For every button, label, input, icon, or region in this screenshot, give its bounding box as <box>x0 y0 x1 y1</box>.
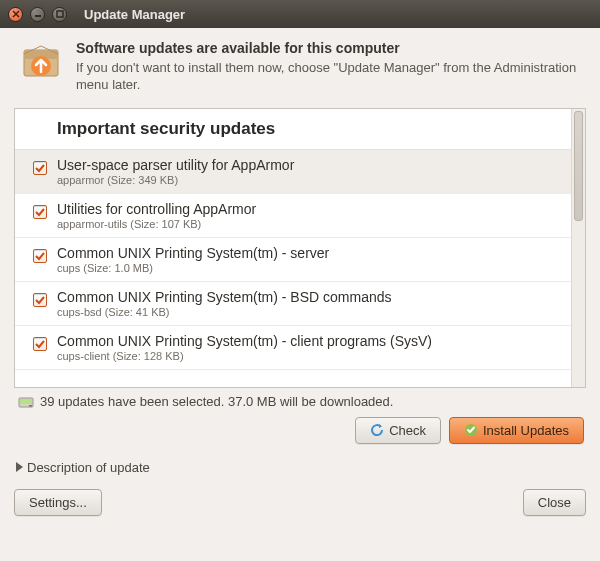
settings-button[interactable]: Settings... <box>14 489 102 516</box>
bottom-row: Settings... Close <box>0 489 600 530</box>
svg-rect-1 <box>57 11 63 17</box>
header-title: Software updates are available for this … <box>76 40 580 56</box>
svg-rect-6 <box>20 399 32 404</box>
check-button[interactable]: Check <box>355 417 441 444</box>
update-sub: cups-bsd (Size: 41 KB) <box>57 306 563 318</box>
update-checkbox[interactable] <box>33 293 47 307</box>
titlebar: Update Manager <box>0 0 600 28</box>
window-minimize-button[interactable] <box>30 7 45 22</box>
disk-icon <box>18 394 34 408</box>
window-close-button[interactable] <box>8 7 23 22</box>
close-label: Close <box>538 495 571 510</box>
update-sub: cups (Size: 1.0 MB) <box>57 262 563 274</box>
update-checkbox[interactable] <box>33 337 47 351</box>
update-title: Common UNIX Printing System(tm) - server <box>57 245 563 261</box>
update-row[interactable]: Common UNIX Printing System(tm) - client… <box>15 326 571 370</box>
update-row[interactable]: Common UNIX Printing System(tm) - server… <box>15 238 571 282</box>
install-updates-button[interactable]: Install Updates <box>449 417 584 444</box>
update-sub: apparmor-utils (Size: 107 KB) <box>57 218 563 230</box>
refresh-icon <box>370 423 384 437</box>
header: Software updates are available for this … <box>0 28 600 104</box>
expander-triangle-icon <box>16 462 23 472</box>
window-maximize-button[interactable] <box>52 7 67 22</box>
update-title: Common UNIX Printing System(tm) - BSD co… <box>57 289 563 305</box>
header-subtitle: If you don't want to install them now, c… <box>76 60 580 94</box>
section-header: Important security updates <box>15 109 571 150</box>
settings-label: Settings... <box>29 495 87 510</box>
update-row[interactable]: User-space parser utility for AppArmor a… <box>15 150 571 194</box>
action-row: Check Install Updates <box>0 413 600 454</box>
update-title: Common UNIX Printing System(tm) - client… <box>57 333 563 349</box>
window-title: Update Manager <box>84 7 185 22</box>
install-label: Install Updates <box>483 423 569 438</box>
update-row[interactable]: Utilities for controlling AppArmor appar… <box>15 194 571 238</box>
check-label: Check <box>389 423 426 438</box>
description-expander[interactable]: Description of update <box>0 454 600 489</box>
scrollbar[interactable] <box>571 109 585 387</box>
update-checkbox[interactable] <box>33 249 47 263</box>
update-sub: apparmor (Size: 349 KB) <box>57 174 563 186</box>
svg-rect-0 <box>35 15 41 17</box>
update-row[interactable]: Common UNIX Printing System(tm) - BSD co… <box>15 282 571 326</box>
update-title: Utilities for controlling AppArmor <box>57 201 563 217</box>
status-text: 39 updates have been selected. 37.0 MB w… <box>40 394 393 409</box>
close-button[interactable]: Close <box>523 489 586 516</box>
scroll-thumb[interactable] <box>574 111 583 221</box>
status-row: 39 updates have been selected. 37.0 MB w… <box>0 392 600 413</box>
update-checkbox[interactable] <box>33 161 47 175</box>
description-label: Description of update <box>27 460 150 475</box>
update-checkbox[interactable] <box>33 205 47 219</box>
apply-icon <box>464 423 478 437</box>
package-update-icon <box>20 40 62 82</box>
svg-rect-7 <box>29 405 32 407</box>
update-sub: cups-client (Size: 128 KB) <box>57 350 563 362</box>
update-list: Important security updates User-space pa… <box>14 108 586 388</box>
update-title: User-space parser utility for AppArmor <box>57 157 563 173</box>
